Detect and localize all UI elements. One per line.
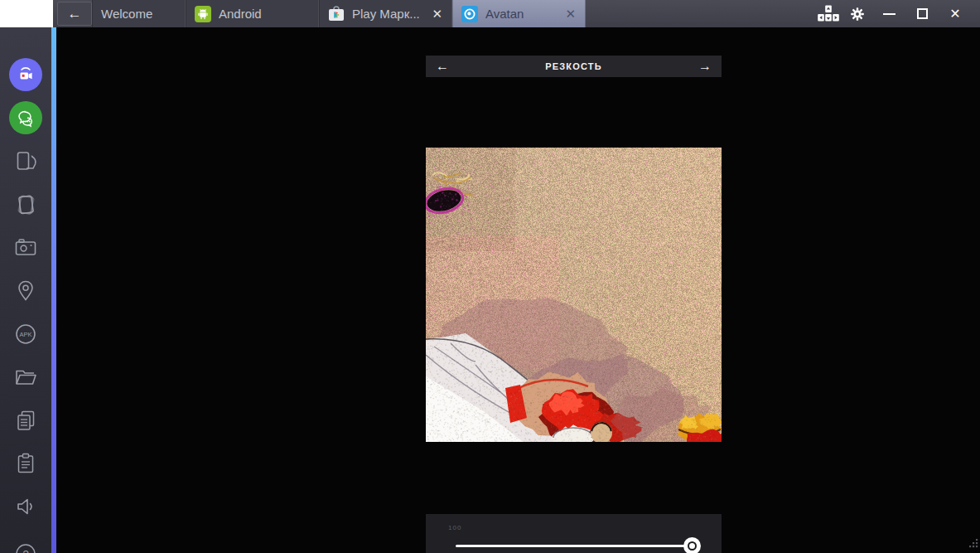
minimize-button[interactable] (872, 0, 905, 27)
window-controls: ✕ (814, 0, 980, 27)
tab-welcome[interactable]: Welcome (92, 0, 186, 27)
tab-android[interactable]: Android (186, 0, 319, 27)
tab-label: Android (219, 7, 262, 21)
tab-label: Welcome (101, 7, 152, 21)
tabbar-spacer (586, 0, 814, 27)
prev-filter-button[interactable]: ← (426, 59, 459, 74)
filter-title: РЕЗКОСТЬ (459, 61, 688, 71)
sharpness-slider-track[interactable] (456, 545, 692, 547)
slider-value: 100 (448, 524, 461, 531)
tab-label: Avatan (485, 7, 524, 21)
tab-close-icon[interactable]: ✕ (431, 7, 443, 22)
edited-photo (426, 148, 722, 442)
resize-grip[interactable] (965, 535, 979, 552)
tab-strip: ← Welcome (53, 0, 980, 27)
svg-text:?: ? (22, 548, 28, 553)
chat-icon[interactable] (9, 101, 42, 134)
rotate-screen-icon[interactable] (12, 148, 40, 179)
tab-close-icon[interactable]: ✕ (564, 7, 577, 22)
screenshot-icon[interactable] (12, 235, 39, 264)
tab-play-market[interactable]: Play Марк... ✕ (319, 0, 452, 27)
screen-record-icon[interactable] (9, 58, 42, 91)
volume-icon[interactable] (12, 493, 39, 523)
filter-header: ← РЕЗКОСТЬ → (426, 56, 722, 77)
next-filter-button[interactable]: → (688, 59, 722, 74)
emulator-window: ← Welcome (0, 0, 980, 553)
sharpness-slider-knob[interactable] (683, 537, 701, 553)
app-screen: ← РЕЗКОСТЬ → 100 ✕ ✓ (56, 27, 980, 553)
tab-label: Play Марк... (352, 7, 420, 21)
open-folder-icon[interactable] (12, 364, 39, 394)
gear-icon[interactable] (842, 0, 872, 27)
svg-text:APK: APK (19, 331, 31, 338)
paste-icon[interactable] (12, 450, 39, 480)
avatan-icon (461, 6, 478, 22)
android-icon (195, 6, 211, 22)
title-bar: ← Welcome (0, 0, 980, 27)
install-apk-icon[interactable]: APK (12, 321, 39, 351)
location-icon[interactable] (12, 278, 39, 308)
sidebar: APK (0, 27, 51, 553)
copy-icon[interactable] (12, 407, 39, 437)
slider-panel: 100 (426, 514, 722, 553)
keymap-icon[interactable] (814, 0, 842, 27)
close-button[interactable]: ✕ (939, 0, 972, 27)
maximize-button[interactable] (905, 0, 939, 27)
play-store-icon (328, 6, 345, 22)
shake-icon[interactable] (12, 191, 40, 222)
back-button[interactable]: ← (57, 2, 92, 26)
tab-avatan[interactable]: Avatan ✕ (452, 0, 586, 27)
corner-spacer (0, 0, 53, 27)
help-icon[interactable]: ? (12, 541, 39, 553)
